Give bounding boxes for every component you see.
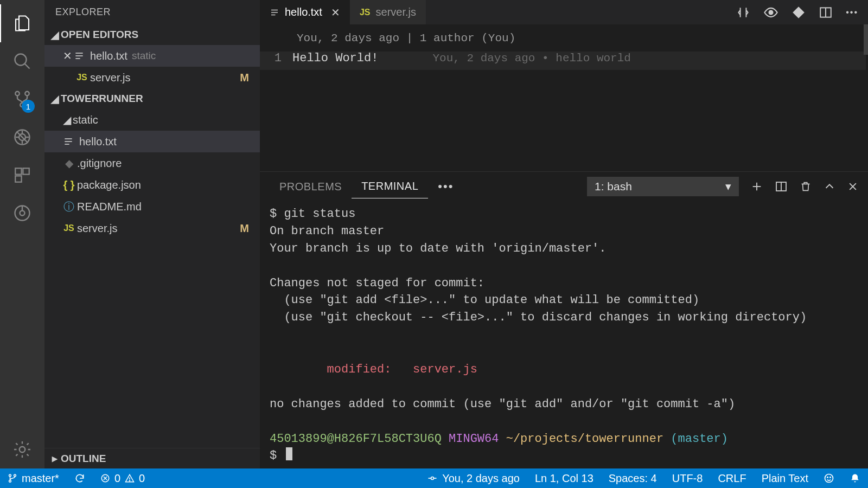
status-spaces[interactable]: Spaces: 4: [601, 468, 665, 488]
close-icon[interactable]: ✕: [61, 49, 74, 62]
svg-point-47: [825, 474, 833, 483]
status-branch[interactable]: master*: [0, 468, 67, 488]
folder-row[interactable]: ◢ static: [44, 109, 260, 131]
folder-name: static: [73, 114, 98, 126]
status-blame-text: You, 2 days ago: [442, 472, 520, 485]
file-row[interactable]: ◆ .gitignore: [44, 152, 260, 174]
js-file-icon: JS: [360, 8, 371, 17]
activity-search[interactable]: [0, 42, 44, 80]
commit-icon: [427, 473, 438, 484]
branch-icon: [8, 473, 17, 483]
file-row[interactable]: hello.txt: [44, 131, 260, 152]
terminal-output[interactable]: $ git status On branch master Your branc…: [260, 201, 868, 468]
js-file-icon: JS: [61, 223, 77, 233]
line-number: 1: [260, 52, 292, 65]
files-icon: [12, 14, 32, 33]
svg-point-38: [9, 480, 11, 482]
panel-tab-terminal[interactable]: TERMINAL: [352, 175, 428, 198]
status-feedback[interactable]: [816, 468, 842, 488]
status-eol[interactable]: CRLF: [710, 468, 754, 488]
svg-point-44: [431, 477, 434, 480]
gitignore-icon: ◆: [61, 157, 77, 170]
activity-explorer[interactable]: [0, 4, 44, 42]
file-name: package.json: [77, 179, 141, 191]
status-cursor[interactable]: Ln 1, Col 13: [527, 468, 601, 488]
modified-badge: M: [240, 72, 249, 84]
extensions-icon: [13, 166, 31, 184]
open-editor-item[interactable]: ✕ hello.txt static: [44, 45, 260, 67]
project-name: TOWERRUNNER: [61, 93, 143, 105]
warning-icon: [125, 473, 135, 483]
svg-point-36: [9, 474, 11, 477]
json-file-icon: { }: [61, 179, 77, 191]
error-count: 0: [114, 472, 120, 485]
outline-label: OUTLINE: [61, 453, 106, 465]
open-editors-header[interactable]: ◢ OPEN EDITORS: [44, 24, 260, 45]
more-icon[interactable]: •••: [846, 8, 858, 17]
diff-icon[interactable]: [792, 5, 806, 20]
activity-bar: 1: [0, 0, 44, 468]
activity-scm[interactable]: 1: [0, 80, 44, 118]
tab-hello-txt[interactable]: hello.txt ✕: [260, 0, 350, 24]
terminal-select[interactable]: 1: bash ▾: [587, 177, 739, 196]
svg-line-1: [25, 64, 30, 69]
info-file-icon: ⓘ: [61, 200, 77, 214]
status-sync[interactable]: [67, 468, 93, 488]
chevron-down-icon: ◢: [49, 93, 61, 105]
maximize-panel-icon[interactable]: [824, 181, 835, 192]
chevron-down-icon: ◢: [49, 29, 61, 41]
status-problems[interactable]: 0 0: [93, 468, 152, 488]
status-notifications[interactable]: [842, 468, 868, 488]
compare-icon[interactable]: [736, 5, 750, 20]
panel-tab-problems[interactable]: PROBLEMS: [270, 175, 352, 198]
close-icon[interactable]: ✕: [331, 6, 340, 19]
split-terminal-icon[interactable]: [775, 180, 788, 193]
tab-label: hello.txt: [285, 6, 322, 18]
close-panel-icon[interactable]: [847, 181, 858, 192]
panel-more-icon[interactable]: •••: [428, 179, 463, 194]
activity-settings[interactable]: [0, 431, 44, 468]
tab-server-js[interactable]: JS server.js: [350, 0, 426, 24]
svg-point-49: [830, 477, 831, 478]
status-bar: master* 0 0 You, 2 days ago Ln 1, Col 13…: [0, 468, 868, 488]
file-name: hello.txt: [79, 136, 117, 148]
file-row[interactable]: { } package.json: [44, 174, 260, 196]
explorer-title: EXPLORER: [44, 0, 260, 24]
activity-gitlens[interactable]: [0, 194, 44, 232]
tab-label: server.js: [376, 6, 416, 18]
project-header[interactable]: ◢ TOWERRUNNER: [44, 88, 260, 109]
split-editor-icon[interactable]: [819, 5, 833, 20]
svg-point-27: [769, 10, 773, 14]
svg-point-0: [15, 54, 27, 66]
activity-debug[interactable]: [0, 118, 44, 156]
warning-count: 0: [139, 472, 145, 485]
inline-blame: You, 2 days ago • hello world: [432, 52, 630, 65]
search-icon: [12, 52, 32, 71]
status-language[interactable]: Plain Text: [754, 468, 816, 488]
codelens[interactable]: You, 2 days ago | 1 author (You): [260, 32, 868, 52]
status-blame[interactable]: You, 2 days ago: [419, 468, 527, 488]
svg-rect-13: [15, 176, 21, 182]
text-file-icon: [63, 136, 79, 147]
trash-icon[interactable]: [800, 181, 812, 192]
status-encoding[interactable]: UTF-8: [665, 468, 711, 488]
chevron-down-icon: ▾: [725, 180, 731, 193]
minimap[interactable]: [864, 24, 868, 55]
editor[interactable]: You, 2 days ago | 1 author (You) 1 Hello…: [260, 24, 868, 171]
branch-name: master*: [22, 472, 59, 485]
bell-icon: [850, 473, 860, 484]
eye-icon[interactable]: [763, 5, 778, 20]
scm-badge: 1: [22, 100, 35, 113]
file-row[interactable]: JS server.js M: [44, 217, 260, 239]
open-editor-item[interactable]: JS server.js M: [44, 67, 260, 88]
modified-badge: M: [240, 222, 249, 235]
new-terminal-icon[interactable]: [751, 181, 763, 192]
file-row[interactable]: ⓘ README.md: [44, 196, 260, 217]
svg-point-48: [827, 477, 828, 478]
svg-point-3: [25, 92, 29, 96]
gear-icon: [12, 440, 32, 459]
gitlens-icon: [12, 203, 32, 223]
svg-rect-12: [23, 168, 29, 174]
activity-extensions[interactable]: [0, 156, 44, 194]
outline-header[interactable]: ▸ OUTLINE: [44, 448, 260, 468]
